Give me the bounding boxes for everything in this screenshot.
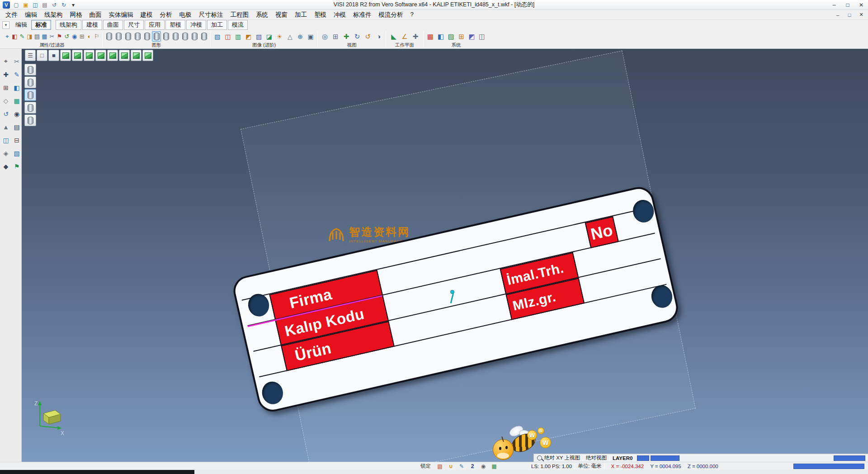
tab[interactable]: 应用 [145,20,165,30]
section-view-icon[interactable]: △ [285,31,295,42]
dock-point-icon[interactable]: ✚ [1,70,10,79]
layer-filter-icon[interactable]: ▤ [33,31,41,42]
zoom-image-icon[interactable]: ⊕ [295,31,305,42]
window-layout-icon[interactable]: ◧ [436,31,446,42]
dock-diamond-icon[interactable]: ◇ [1,96,10,105]
maximize-button[interactable]: □ [841,0,854,9]
dock-flag-icon[interactable]: ⚑ [12,162,21,171]
view-front-icon[interactable] [84,50,94,61]
view-iso-icon[interactable] [60,50,71,61]
tab[interactable]: 尺寸 [124,20,144,30]
graphics-wire-icon[interactable] [114,31,123,42]
view-bottom-icon[interactable] [131,50,142,61]
menu-item[interactable]: 模流分析 [375,11,407,19]
open-file-icon[interactable]: ▣ [22,1,30,9]
dock-sketch-icon[interactable]: ✎ [12,70,21,79]
workplane-icon[interactable]: ◣ [389,31,399,42]
snapshot-icon[interactable]: ▣ [306,31,316,42]
tab[interactable]: 建模 [82,20,102,30]
tab[interactable]: 加工 [207,20,227,30]
graphics-ghost-icon[interactable] [142,31,151,42]
menu-item[interactable]: 建模 [137,11,156,19]
view-top-icon[interactable] [72,50,83,61]
property-edit-icon[interactable]: ✎ [19,31,26,42]
previous-view-icon[interactable]: ↺ [363,31,373,42]
menu-item[interactable]: 分析 [156,11,176,19]
redo-icon[interactable]: ↻ [60,1,68,9]
menu-item[interactable]: 冲模 [330,11,349,19]
dock-save-icon[interactable]: ◫ [1,136,10,144]
viewport-canvas[interactable]: ☰□■ 智造资料网 INTELLIGENT MANUFACTURING DATA [22,49,868,462]
color-filter-icon[interactable]: ◨ [26,31,33,42]
new-file-icon[interactable]: ▢ [12,1,20,9]
section-z-icon[interactable] [24,89,36,101]
menu-item[interactable]: 电极 [176,11,195,19]
tab[interactable]: 模流 [228,20,248,30]
half-tone-icon[interactable]: ◐ [86,31,93,42]
graphics-solid-icon[interactable] [104,31,113,42]
attribute-filter-icon[interactable]: ◧ [11,31,19,42]
draft-mode-icon[interactable]: ✎ [457,463,466,469]
texture-icon[interactable]: ▨ [254,31,264,42]
render-icon[interactable]: ◩ [244,31,254,42]
absolute-view-label[interactable]: 绝对视图 [586,455,607,461]
tab[interactable]: 线架构 [56,20,81,30]
menu-item[interactable]: 编辑 [21,11,41,19]
dock-mirror-icon[interactable]: ◧ [12,83,21,92]
dock-triangle-icon[interactable]: ▲ [1,123,10,131]
workplane-align-icon[interactable]: ∠ [400,31,410,42]
snap-settings-icon[interactable]: ▤ [435,463,444,469]
graphics-all-icon[interactable] [199,31,208,42]
dock-undo-icon[interactable]: ↺ [1,109,10,118]
dock-trim-icon[interactable]: ✂ [12,57,21,66]
system-settings-icon[interactable]: ▦ [425,31,435,42]
section-off-icon[interactable] [24,114,36,126]
tab[interactable]: 曲面 [103,20,123,30]
graphics-hidden-icon[interactable] [133,31,142,42]
menu-item[interactable]: 标准件 [349,11,375,19]
workplane-reset-icon[interactable]: ✚ [410,31,421,42]
menu-item[interactable]: 系统 [252,11,272,19]
mdi-restore-button[interactable]: □ [844,10,855,19]
type-filter-icon[interactable]: ▦ [41,31,48,42]
rotate-view-icon[interactable]: ↻ [352,31,363,42]
magnet-snap-icon[interactable]: ∪ [446,463,455,469]
quickbar-dropdown-icon[interactable]: ▾ [69,1,77,9]
menu-item[interactable]: 视窗 [272,11,291,19]
view-axon-icon[interactable] [142,50,153,61]
transparency-icon[interactable]: ◪ [264,31,274,42]
view-list-icon[interactable]: ☰ [25,50,36,61]
dock-hatch-icon[interactable]: ▧ [12,149,21,157]
graphics-blank-icon[interactable] [180,31,189,42]
close-button[interactable]: ✕ [854,0,868,9]
dynamic-view-icon[interactable]: ◑ [373,31,384,42]
macro-icon[interactable]: ◩ [467,31,476,42]
help-system-icon[interactable]: ◫ [477,31,487,42]
menu-item[interactable]: 加工 [291,11,311,19]
save-file-icon[interactable]: ◫ [31,1,39,9]
minimize-button[interactable]: – [827,0,841,9]
profile-2d-icon[interactable]: 2 [468,463,477,469]
database-icon[interactable]: ▨ [446,31,456,42]
lock-toggle[interactable]: 锁定 [420,463,431,469]
graphics-layer-icon[interactable] [161,31,170,42]
zoom-all-icon[interactable]: ◎ [320,31,330,42]
graphics-active-icon[interactable] [152,31,161,42]
hidden-line-icon[interactable]: ▥ [233,31,243,42]
dock-mesh-icon[interactable]: ▦ [12,96,21,105]
tab[interactable]: 冲模 [186,20,206,30]
graphics-shade-icon[interactable] [123,31,132,42]
pan-icon[interactable]: ✚ [341,31,352,42]
flag-filter-icon[interactable]: ⚐ [93,31,100,42]
tab[interactable]: 编辑 [11,20,31,30]
section-dynamic-icon[interactable] [24,102,36,114]
layer-selector[interactable]: LAYER0 [613,455,632,461]
target-icon[interactable]: ◉ [71,31,78,42]
section-x-icon[interactable] [24,64,36,76]
tab-dropdown-button[interactable]: ▾ [2,21,9,29]
dock-grid-icon[interactable]: ⊞ [1,83,10,92]
dock-gem-icon[interactable]: ◈ [1,149,10,157]
graphics-group-icon[interactable] [171,31,180,42]
solid-box-icon[interactable]: ■ [48,50,59,61]
menu-item[interactable]: 文件 [2,11,21,19]
